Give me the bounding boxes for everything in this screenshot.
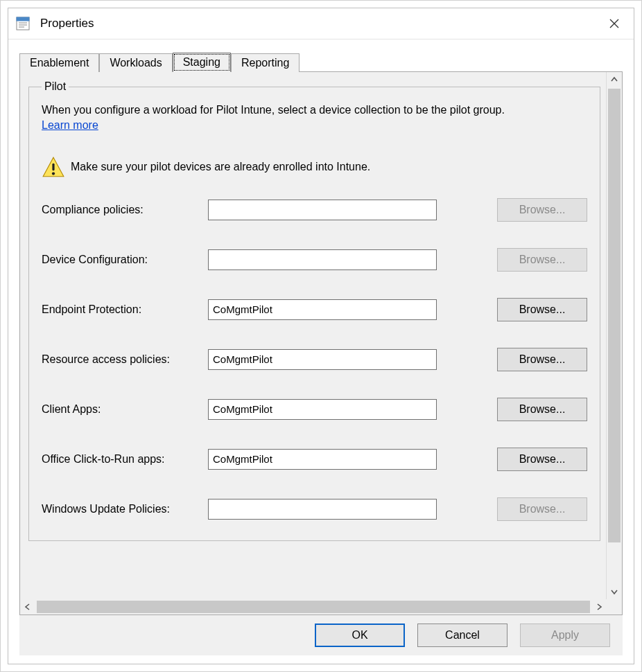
browse-resourceaccess[interactable]: Browse... [497,348,587,371]
input-endpoint[interactable] [208,299,437,320]
row-windowsupdate: Windows Update Policies: Browse... [42,497,587,521]
tabpanel-staging: Pilot When you configure a workload for … [19,71,623,615]
tab-workloads[interactable]: Workloads [99,53,172,72]
tab-reporting[interactable]: Reporting [231,53,300,72]
label-clientapps: Client Apps: [42,403,208,416]
scroll-up-icon[interactable] [607,72,622,87]
pilot-group: Pilot When you configure a workload for … [28,80,600,541]
tabstrip: Enablement Workloads Staging Reporting [19,51,623,71]
browse-clientapps[interactable]: Browse... [497,398,587,421]
row-endpoint: Endpoint Protection: Browse... [42,298,587,321]
close-icon[interactable] [602,11,627,36]
input-deviceconfig[interactable] [208,249,437,270]
dialog-footer: OK Cancel Apply [19,615,623,655]
pilot-description: When you configure a workload for Pilot … [42,103,587,118]
pilot-warning: Make sure your pilot devices are already… [42,155,587,179]
scroll-content: Pilot When you configure a workload for … [20,72,606,599]
input-officec2r[interactable] [208,449,437,470]
vertical-scrollbar[interactable] [606,72,622,599]
learn-more-link[interactable]: Learn more [42,119,98,132]
row-compliance: Compliance policies: Browse... [42,198,587,222]
row-deviceconfig: Device Configuration: Browse... [42,248,587,272]
apply-button: Apply [520,624,610,647]
label-windowsupdate: Windows Update Policies: [42,503,208,515]
warning-icon [42,155,71,179]
cancel-button[interactable]: Cancel [417,624,507,647]
browse-officec2r[interactable]: Browse... [497,448,587,471]
browse-deviceconfig: Browse... [497,248,587,272]
input-resourceaccess[interactable] [208,349,437,370]
pilot-warning-text: Make sure your pilot devices are already… [71,161,370,173]
horizontal-scroll-thumb[interactable] [37,601,590,613]
window-title: Properties [40,17,94,30]
input-clientapps[interactable] [208,399,437,420]
browse-endpoint[interactable]: Browse... [497,298,587,321]
label-officec2r: Office Click-to-Run apps: [42,453,208,466]
horizontal-scroll-track[interactable] [35,599,591,614]
row-clientapps: Client Apps: Browse... [42,398,587,421]
titlebar: Properties [8,8,634,39]
scroll-corner [607,599,622,614]
browse-windowsupdate: Browse... [497,497,587,521]
label-resourceaccess: Resource access policies: [42,353,208,366]
ok-button[interactable]: OK [315,624,405,647]
svg-point-7 [52,172,55,175]
scroll-down-icon[interactable] [607,584,622,599]
vertical-scroll-thumb[interactable] [608,89,621,542]
tab-enablement[interactable]: Enablement [19,53,99,72]
input-windowsupdate[interactable] [208,499,437,520]
horizontal-scrollbar[interactable] [20,599,622,614]
scroll-right-icon[interactable] [591,599,607,614]
label-endpoint: Endpoint Protection: [42,303,208,316]
scroll-left-icon[interactable] [20,599,35,614]
vertical-scroll-track[interactable] [607,87,622,584]
label-deviceconfig: Device Configuration: [42,254,208,266]
window-icon [15,16,31,31]
svg-rect-1 [17,17,29,21]
browse-compliance: Browse... [497,198,587,222]
client-area: Enablement Workloads Staging Reporting P… [8,39,634,664]
row-resourceaccess: Resource access policies: Browse... [42,348,587,371]
row-officec2r: Office Click-to-Run apps: Browse... [42,448,587,471]
pilot-group-legend: Pilot [42,80,69,93]
properties-dialog: Properties Enablement Workloads Staging … [8,8,634,664]
input-compliance[interactable] [208,200,437,220]
label-compliance: Compliance policies: [42,204,208,216]
svg-rect-6 [52,163,54,170]
tab-staging[interactable]: Staging [173,53,231,72]
